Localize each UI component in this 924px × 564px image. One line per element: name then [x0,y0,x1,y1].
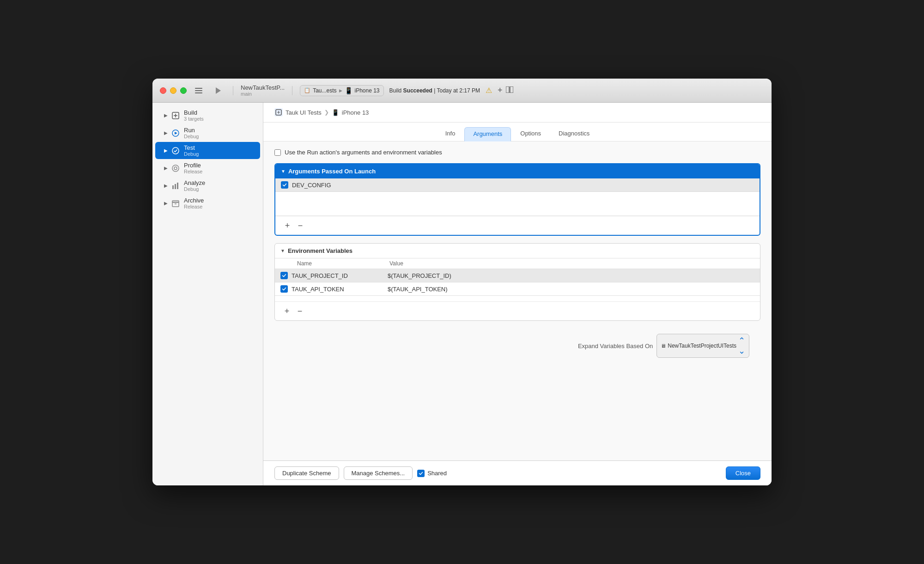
env-row-1: TAUK_PROJECT_ID $(TAUK_PROJECT_ID) [275,269,760,282]
sidebar-item-profile[interactable]: ▶ Profile Release [155,159,260,177]
close-button[interactable]: Close [726,466,760,480]
scheme-icon [274,108,283,116]
main-content: ▶ Build 3 targets ▶ [152,103,772,485]
chevron-icon: ▶ [163,200,169,207]
analyze-icon [171,181,180,190]
build-status: Build Succeeded | Today at 2:17 PM [389,87,480,94]
tab-diagnostics[interactable]: Diagnostics [550,127,598,141]
arguments-section-header[interactable]: ▼ Arguments Passed On Launch [275,164,760,178]
arguments-section-footer: + − [275,216,760,235]
use-run-action-row[interactable]: Use the Run action's arguments and envir… [274,149,760,156]
sidebar-item-archive[interactable]: ▶ Archive Release [155,195,260,212]
warning-icon: ⚠ [486,86,492,95]
separator2 [292,86,292,95]
sidebar-item-test[interactable]: ▶ Test Debug [155,142,260,159]
env-section-footer: + − [275,301,760,320]
svg-rect-11 [175,184,176,189]
use-run-action-checkbox[interactable] [274,149,281,156]
svg-point-9 [174,167,177,170]
build-icon [171,111,180,120]
split-view-button[interactable] [506,86,513,94]
sidebar: ▶ Build 3 targets ▶ [152,103,263,485]
main-window: NewTaukTestP... main 📋 Tau...ests ▶ 📱 iP… [152,79,772,485]
svg-rect-10 [172,185,174,189]
add-arg-button[interactable]: + [283,221,292,230]
sidebar-toggle-button[interactable] [192,86,205,95]
minimize-button[interactable] [170,87,176,94]
breadcrumb-chevron: ❯ [324,109,329,116]
run-icon [171,129,180,138]
chevron-icon: ▶ [163,147,169,154]
sidebar-item-run[interactable]: ▶ Run Debug [155,124,260,141]
svg-point-7 [172,147,179,154]
arguments-section: ▼ Arguments Passed On Launch DEV_CONFIG [274,163,760,236]
svg-rect-2 [195,92,202,93]
arg-checkbox[interactable] [281,181,288,189]
chevron-icon: ▶ [163,165,169,172]
svg-rect-14 [172,201,179,202]
env-value-2: $(TAUK_API_TOKEN) [388,286,754,293]
scheme-selector[interactable]: 📋 Tau...ests ▶ 📱 iPhone 13 [300,85,383,96]
expand-vars-value: NewTaukTestProjectUITests [668,343,736,349]
chevron-icon: ▶ [163,130,169,136]
expand-vars-row: Expand Variables Based On 🖥 NewTaukTestP… [274,328,760,363]
duplicate-scheme-button[interactable]: Duplicate Scheme [274,466,339,480]
svg-rect-0 [195,88,202,89]
chevron-icon: ▶ [163,183,169,189]
scheme-breadcrumb: Tauk UI Tests [286,109,322,116]
archive-icon [171,199,180,208]
chevron-icon: ▶ [163,112,169,119]
arg-row: DEV_CONFIG [275,178,760,192]
use-run-action-label: Use the Run action's arguments and envir… [285,149,442,156]
remove-env-button[interactable]: − [295,307,304,316]
env-section: ▼ Environment Variables Name Value [274,243,760,321]
section-chevron-icon: ▼ [281,169,286,174]
right-panel: Tauk UI Tests ❯ 📱 iPhone 13 Info Argumen… [263,103,772,485]
titlebar: NewTaukTestP... main 📋 Tau...ests ▶ 📱 iP… [152,79,772,103]
device-icon: 📱 [332,109,339,116]
traffic-lights [160,87,187,94]
shared-check-icon [417,470,425,477]
env-section-header[interactable]: ▼ Environment Variables [275,244,760,258]
arg-name: DEV_CONFIG [292,182,331,189]
expand-vars-dropdown[interactable]: 🖥 NewTaukTestProjectUITests ⌃⌄ [657,334,749,358]
col-name-header: Name [297,260,389,267]
tab-arguments[interactable]: Arguments [464,127,511,141]
env-name-2: TAUK_API_TOKEN [292,286,384,293]
shared-label: Shared [427,470,447,477]
profile-icon [171,164,180,173]
titlebar-actions: + [498,86,514,95]
breadcrumb: Tauk UI Tests ❯ 📱 iPhone 13 [263,103,772,123]
svg-rect-1 [195,90,202,91]
svg-rect-3 [506,86,509,93]
dropdown-arrow-icon: ⌃⌄ [738,336,745,356]
add-button[interactable]: + [498,86,503,95]
env-empty-space [275,296,760,301]
env-row-2: TAUK_API_TOKEN $(TAUK_API_TOKEN) [275,282,760,296]
test-icon [171,146,180,155]
arguments-section-body: DEV_CONFIG [275,178,760,216]
svg-rect-12 [177,183,178,189]
shared-checkbox[interactable]: Shared [417,470,447,477]
run-button[interactable] [211,86,225,96]
env-checkbox-1[interactable] [280,272,288,279]
env-checkbox-2[interactable] [280,285,288,293]
maximize-button[interactable] [180,87,187,94]
env-name-1: TAUK_PROJECT_ID [292,272,384,279]
bottom-bar: Duplicate Scheme Manage Schemes... Share… [263,460,772,485]
remove-arg-button[interactable]: − [296,221,305,230]
separator [233,86,233,95]
sidebar-item-analyze[interactable]: ▶ Analyze Debug [155,177,260,194]
manage-schemes-button[interactable]: Manage Schemes... [344,466,413,480]
expand-vars-label: Expand Variables Based On [578,343,653,349]
sidebar-item-build[interactable]: ▶ Build 3 targets [155,107,260,124]
tabs-bar: Info Arguments Options Diagnostics [263,123,772,141]
close-button[interactable] [160,87,166,94]
svg-rect-4 [510,86,513,93]
tab-options[interactable]: Options [512,127,549,141]
env-table-header: Name Value [275,258,760,269]
env-value-1: $(TAUK_PROJECT_ID) [388,272,754,279]
add-env-button[interactable]: + [282,307,292,316]
env-section-title: Environment Variables [288,247,353,254]
tab-info[interactable]: Info [437,127,464,141]
